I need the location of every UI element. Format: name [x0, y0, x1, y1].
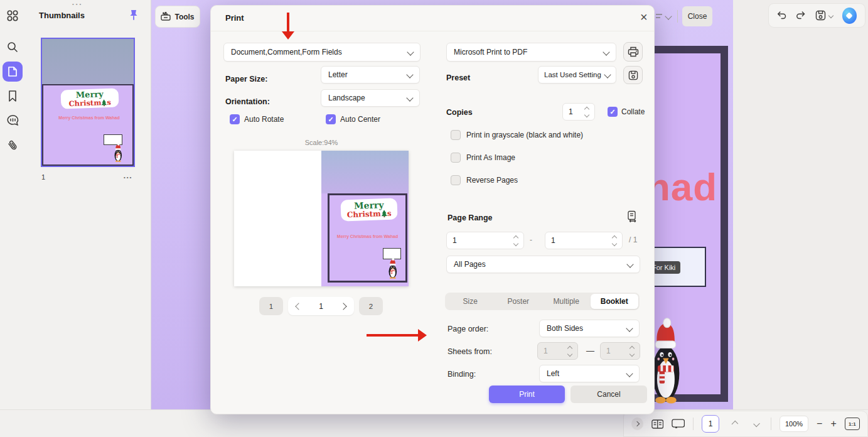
reverse-pages-checkbox[interactable]: [451, 175, 461, 185]
toolbar-divider: [677, 10, 678, 23]
annotation-box-page-range: [441, 207, 653, 413]
preview-page-2-button[interactable]: 2: [359, 297, 383, 315]
grayscale-checkbox[interactable]: [451, 130, 461, 140]
reading-mode-icon[interactable]: [651, 419, 663, 429]
tools-button[interactable]: Tools: [155, 6, 200, 28]
preview-greeting: Merry Christmas from Wahad: [330, 234, 405, 239]
save-preset-button[interactable]: [623, 66, 643, 84]
auto-center-checkbox[interactable]: ✓: [326, 114, 336, 124]
reverse-pages-label: Reverse Pages: [466, 176, 518, 185]
paper-size-select[interactable]: Letter: [321, 66, 420, 84]
page-thumbnails-icon[interactable]: [3, 62, 23, 82]
preview-card: Merry Christms Merry Christmas from Waha…: [328, 193, 407, 283]
print-preview: Merry Christms Merry Christmas from Waha…: [234, 151, 409, 286]
print-as-image-label: Print As Image: [466, 153, 515, 162]
partial-toolbar-icon[interactable]: [656, 13, 663, 20]
preview-sticker: Merry Christms: [340, 198, 397, 221]
page-thumbnail[interactable]: Merry Christms Merry Christmas from Waha…: [41, 38, 135, 167]
redo-icon[interactable]: [796, 11, 805, 20]
dialog-title: Print: [225, 13, 244, 23]
save-icon[interactable]: [815, 10, 826, 21]
scale-text: Scale:94%: [274, 139, 369, 146]
grayscale-label: Print in grayscale (black and white): [466, 131, 583, 139]
collate-checkbox[interactable]: ✓: [608, 107, 618, 117]
preview-card-image: Merry Christms Merry Christmas from Waha…: [321, 151, 409, 286]
thumbnail-card: Merry Christms Merry Christmas from Waha…: [42, 84, 134, 166]
copies-spinner[interactable]: 1: [562, 103, 595, 121]
preset-label: Preset: [446, 73, 470, 82]
chevron-down-icon: [406, 94, 413, 101]
ratio-icon[interactable]: 1:1: [845, 418, 860, 430]
bookmark-icon[interactable]: [5, 89, 20, 104]
toolbox-icon: [161, 12, 171, 21]
comments-icon[interactable]: [5, 113, 20, 128]
save-icon: [628, 70, 638, 80]
spin-down-icon[interactable]: [584, 112, 589, 117]
thumbnail-more-button[interactable]: •••: [124, 175, 132, 180]
zoom-out-button[interactable]: −: [817, 418, 822, 429]
annotation-arrow-down-line: [287, 13, 289, 32]
top-right-toolbar: [768, 3, 865, 28]
thumbnail-penguin: [111, 143, 125, 162]
save-options-chevron-icon[interactable]: [828, 13, 833, 18]
orientation-select[interactable]: Landscape: [321, 89, 420, 107]
annotation-box-content-select: [217, 38, 426, 64]
auto-rotate-checkbox[interactable]: ✓: [230, 114, 240, 124]
panel-drag-handle[interactable]: •••: [72, 1, 83, 7]
expand-panel-button[interactable]: [631, 418, 643, 430]
preset-select[interactable]: Last Used Setting: [538, 66, 616, 84]
orientation-label: Orientation:: [225, 97, 270, 106]
pager-previous-icon[interactable]: [295, 303, 302, 310]
bottom-right-toolbar: 1 100% − + 1:1: [623, 411, 868, 437]
thumbnails-title: Thumbnails: [39, 11, 85, 20]
apps-grid-icon[interactable]: [5, 8, 20, 23]
chevron-down-icon: [603, 48, 609, 55]
pin-icon[interactable]: [127, 9, 140, 21]
annotation-arrow-right-line: [367, 334, 419, 337]
auto-center-label: Auto Center: [340, 115, 380, 124]
next-page-icon[interactable]: [753, 421, 760, 428]
presentation-icon[interactable]: [672, 418, 685, 429]
thumbnail-sticker: Merry Christms: [61, 88, 119, 109]
undo-icon[interactable]: [777, 11, 786, 20]
thumbnail-greeting: Merry Christmas from Wahad: [43, 116, 135, 120]
zoom-in-button[interactable]: +: [830, 418, 836, 429]
chevron-down-icon: [604, 71, 611, 78]
pager-current-page: 1: [319, 302, 323, 311]
copies-label: Copies: [446, 108, 473, 117]
app-window: had For Kiki: [0, 0, 868, 437]
paper-size-label: Paper Size:: [225, 75, 267, 84]
preview-penguin: [385, 258, 400, 279]
previous-page-icon[interactable]: [731, 421, 738, 428]
dialog-close-button[interactable]: ×: [636, 9, 651, 26]
tools-label: Tools: [174, 13, 194, 21]
annotation-arrow-right-head: [418, 329, 427, 342]
search-icon[interactable]: [5, 40, 20, 55]
close-view-button[interactable]: Close: [682, 6, 712, 26]
pager-next-icon[interactable]: [340, 303, 346, 310]
preview-page-1-button[interactable]: 1: [259, 297, 283, 315]
printer-select[interactable]: Microsoft Print to PDF: [446, 43, 616, 62]
printer-properties-button[interactable]: [623, 42, 643, 62]
zoom-level-display[interactable]: 100%: [780, 416, 808, 432]
thumbnail-page-number: 1: [41, 173, 45, 181]
auto-rotate-label: Auto Rotate: [244, 115, 284, 124]
chevron-down-icon: [406, 71, 413, 78]
ai-assistant-icon[interactable]: [842, 8, 857, 24]
attachment-icon[interactable]: [5, 138, 20, 153]
print-as-image-checkbox[interactable]: [451, 153, 461, 163]
collate-label: Collate: [621, 107, 645, 116]
spin-up-icon[interactable]: [584, 106, 589, 111]
preview-pager: 1: [288, 297, 354, 315]
card-greeting-clipped: had: [646, 165, 717, 209]
page-number-input[interactable]: 1: [702, 415, 719, 433]
printer-icon: [628, 46, 639, 57]
